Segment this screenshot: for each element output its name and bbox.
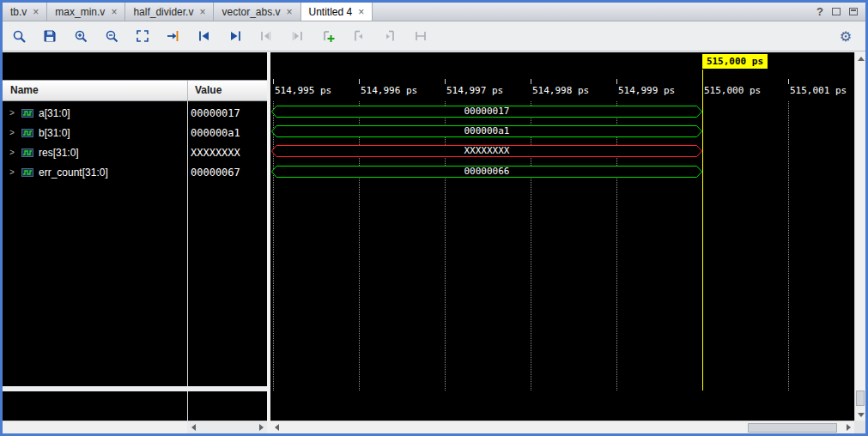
signal-list-panel: Name Value > a[31:0] 00000017 > b[31:0] … (3, 52, 267, 433)
zoom-fit-icon[interactable] (135, 28, 150, 44)
signal-rows: > a[31:0] 00000017 > b[31:0] 000000a1 > … (3, 101, 267, 386)
signal-value: XXXXXXXX (191, 147, 240, 159)
column-divider (187, 81, 188, 100)
save-icon[interactable] (42, 28, 58, 44)
bus-signal-icon (21, 148, 33, 158)
bus-signal-icon (21, 128, 33, 138)
zoom-in-icon[interactable] (73, 28, 88, 44)
scroll-left-icon[interactable] (270, 421, 282, 433)
scroll-left-icon[interactable] (187, 421, 199, 433)
time-label: 514,999 ps (618, 85, 675, 97)
wave-bus-b: 000000a1 (271, 125, 702, 137)
tab-close-icon[interactable]: × (287, 7, 293, 17)
gridline (788, 101, 789, 391)
tab-max-min-v[interactable]: max_min.v × (47, 3, 125, 21)
signal-value: 00000067 (191, 167, 240, 179)
tab-half-divider-v[interactable]: half_divider.v × (125, 3, 214, 21)
expand-chevron-icon[interactable]: > (9, 108, 16, 118)
signal-row-b[interactable]: > b[31:0] 000000a1 (3, 123, 267, 142)
tab-label: half_divider.v (133, 6, 193, 18)
time-label: 514,997 ps (446, 85, 503, 97)
bus-value-label: 00000017 (271, 106, 702, 118)
tab-label: Untitled 4 (309, 6, 353, 18)
zoom-out-icon[interactable] (104, 28, 119, 44)
bus-value-label: 000000a1 (271, 125, 702, 137)
ruler-tick (445, 79, 446, 84)
next-marker-icon[interactable] (382, 28, 398, 44)
time-cursor[interactable] (702, 70, 703, 391)
tab-close-icon[interactable]: × (358, 7, 364, 17)
signal-name: err_count[31:0] (39, 167, 108, 179)
bus-signal-icon (21, 167, 33, 178)
expand-chevron-icon[interactable]: > (9, 128, 16, 137)
next-edge-icon[interactable] (289, 28, 305, 44)
signal-table-header: Name Value (3, 80, 267, 101)
signal-name: a[31:0] (39, 107, 70, 119)
titlebar-controls: ? (816, 3, 865, 21)
scroll-down-icon[interactable] (855, 409, 867, 421)
tab-untitled-4[interactable]: Untitled 4 × (301, 3, 373, 21)
bus-value-label: XXXXXXXX (271, 145, 702, 157)
signal-name: b[31:0] (39, 127, 70, 139)
zoom-to-cursor-icon[interactable] (166, 28, 181, 44)
wave-vscrollbar[interactable] (854, 52, 865, 421)
signal-row-a[interactable]: > a[31:0] 00000017 (3, 103, 267, 123)
search-icon[interactable] (11, 28, 27, 44)
scroll-up-icon[interactable] (855, 52, 867, 64)
cursor-time-marker[interactable]: 515,000 ps (702, 54, 768, 69)
swap-cursors-icon[interactable] (413, 28, 428, 44)
tab-close-icon[interactable]: × (33, 7, 39, 17)
scrollbar-corner (854, 421, 865, 433)
previous-edge-icon[interactable] (258, 28, 274, 44)
expand-chevron-icon[interactable]: > (9, 167, 16, 177)
settings-gear-icon[interactable]: ⚙ (838, 28, 853, 44)
signal-value: 00000017 (191, 107, 240, 119)
ruler-tick (273, 79, 274, 84)
time-label: 514,995 ps (275, 85, 331, 97)
value-column-header: Value (195, 81, 222, 100)
signal-panel-hscrollbar[interactable] (3, 421, 267, 433)
time-label: 515,000 ps (704, 85, 761, 97)
help-icon[interactable]: ? (816, 5, 823, 18)
ruler-tick (359, 79, 360, 84)
signal-name: res[31:0] (39, 147, 79, 159)
waveform-viewer[interactable]: 515,000 ps 514,995 ps 514,996 ps 514,997… (270, 52, 854, 433)
expand-chevron-icon[interactable]: > (9, 148, 16, 157)
tab-close-icon[interactable]: × (199, 7, 205, 17)
main-area: Name Value > a[31:0] 00000017 > b[31:0] … (3, 52, 865, 433)
column-divider (187, 391, 188, 421)
add-marker-icon[interactable] (320, 28, 336, 44)
scroll-right-icon[interactable] (842, 421, 854, 433)
signal-value: 000000a1 (191, 127, 240, 139)
time-label: 515,001 ps (790, 85, 847, 97)
wave-bus-err-count: 00000066 (271, 166, 702, 178)
scroll-right-icon[interactable] (255, 421, 267, 433)
signal-row-res[interactable]: > res[31:0] XXXXXXXX (3, 142, 267, 162)
tab-bar: tb.v × max_min.v × half_divider.v × vect… (3, 3, 865, 21)
float-icon[interactable] (832, 8, 841, 15)
time-label: 514,998 ps (532, 85, 589, 97)
ruler-tick (616, 79, 617, 84)
signal-panel-lower-strip (3, 391, 267, 421)
wave-hscrollbar[interactable] (270, 421, 854, 433)
tab-tb-v[interactable]: tb.v × (3, 3, 47, 21)
previous-transition-icon[interactable] (197, 28, 212, 44)
tab-vector-abs-v[interactable]: vector_abs.v × (214, 3, 300, 21)
next-transition-icon[interactable] (228, 28, 243, 44)
previous-marker-icon[interactable] (351, 28, 367, 44)
tab-label: vector_abs.v (222, 6, 280, 18)
tab-label: max_min.v (55, 6, 105, 18)
tab-close-icon[interactable]: × (111, 7, 117, 17)
waveform-window: tb.v × max_min.v × half_divider.v × vect… (0, 0, 868, 436)
wave-toolbar: ⚙ (3, 21, 865, 51)
time-label: 514,996 ps (361, 85, 417, 97)
hscrollbar-thumb[interactable] (748, 423, 837, 433)
vscrollbar-thumb[interactable] (856, 391, 865, 406)
maximize-icon[interactable] (849, 8, 858, 15)
ruler-tick (531, 79, 531, 84)
signal-row-err-count[interactable]: > err_count[31:0] 00000067 (3, 162, 267, 182)
bus-signal-icon (21, 108, 33, 118)
column-divider (187, 101, 188, 386)
signal-panel-top-strip (3, 52, 267, 80)
wave-bus-res: XXXXXXXX (271, 145, 702, 157)
